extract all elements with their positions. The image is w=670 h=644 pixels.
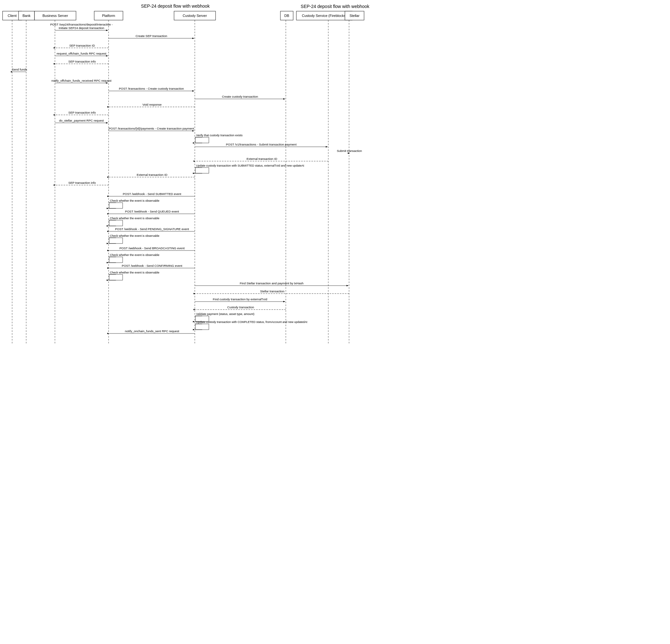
svg-text:SEP transaction info: SEP transaction info: [68, 60, 96, 63]
svg-rect-5: [35, 11, 76, 20]
svg-text:POST /v1/transactions - Submit: POST /v1/transactions - Submit transacti…: [226, 143, 296, 146]
svg-rect-96: [109, 274, 123, 280]
svg-text:Platform: Platform: [102, 14, 115, 17]
svg-text:Submit transaction: Submit transaction: [337, 149, 362, 152]
svg-rect-7: [94, 11, 123, 20]
svg-rect-13: [296, 11, 352, 20]
svg-rect-52: [196, 137, 209, 143]
svg-text:POST /webhook - Send SUBMITTED: POST /webhook - Send SUBMITTED event: [123, 192, 181, 196]
svg-text:Create custody transaction: Create custody transaction: [222, 95, 258, 98]
svg-text:Create SEP transaction: Create SEP transaction: [135, 34, 167, 38]
svg-text:Client: Client: [8, 14, 17, 17]
svg-text:External transaction ID: External transaction ID: [137, 173, 168, 177]
svg-text:Update custody transaction wit: Update custody transaction with COMPLETE…: [196, 320, 308, 324]
svg-text:notify_onchain_funds_sent RPC : notify_onchain_funds_sent RPC request: [125, 329, 179, 333]
svg-text:Check whether the event is obs: Check whether the event is observable: [110, 254, 159, 257]
svg-text:Business Server: Business Server: [42, 14, 68, 17]
svg-text:POST /webhook - Send CONFIRMIN: POST /webhook - Send CONFIRMING event: [122, 264, 182, 268]
svg-text:Initiate SEP24 deposit transac: Initiate SEP24 deposit transaction: [59, 26, 104, 30]
svg-text:POST /transactions - Create cu: POST /transactions - Create custody tran…: [119, 87, 184, 90]
svg-text:Stellar transaction: Stellar transaction: [260, 289, 284, 293]
svg-rect-11: [280, 11, 293, 20]
svg-text:Update custody transaction wit: Update custody transaction with SUBMITTE…: [196, 164, 304, 167]
svg-text:External transaction ID: External transaction ID: [246, 157, 277, 161]
svg-rect-72: [109, 203, 123, 208]
svg-text:Custody Service (Fireblocks): Custody Service (Fireblocks): [302, 14, 347, 17]
svg-text:POST /webhook - Send BROADCAST: POST /webhook - Send BROADCASTING event: [119, 246, 185, 250]
svg-text:Find custody transaction by ex: Find custody transaction by externalTxId: [213, 298, 267, 301]
svg-text:Check whether the event is obs: Check whether the event is observable: [110, 199, 159, 202]
svg-text:SEP transaction info: SEP transaction info: [68, 111, 96, 114]
svg-text:Custody Server: Custody Server: [183, 14, 207, 17]
diagram-container: SEP-24 deposit flow with webhook SEP-24 …: [0, 0, 670, 644]
svg-text:do_stellar_payment RPC request: do_stellar_payment RPC request: [59, 119, 104, 122]
svg-rect-78: [109, 220, 123, 226]
svg-text:Void response: Void response: [143, 103, 162, 106]
svg-text:Check whether the event is obs: Check whether the event is observable: [110, 271, 159, 274]
svg-text:Find Stellar transaction and p: Find Stellar transaction and payment by …: [240, 282, 304, 285]
svg-rect-3: [18, 11, 35, 20]
svg-rect-15: [345, 11, 364, 20]
svg-text:POST /sep24/transactions/depos: POST /sep24/transactions/deposit/interac…: [50, 23, 113, 26]
svg-text:Bank: Bank: [22, 14, 31, 17]
svg-rect-90: [109, 257, 123, 263]
svg-rect-112: [196, 324, 209, 330]
svg-text:notify_offchain_funds_received: notify_offchain_funds_received RPC reque…: [51, 79, 111, 82]
svg-text:POST /transactions/{id}/paymen: POST /transactions/{id}/payments - Creat…: [109, 127, 194, 130]
svg-text:Check whether the event is obs: Check whether the event is observable: [110, 217, 159, 220]
svg-rect-1: [2, 11, 22, 20]
svg-text:Validate payment (status, asse: Validate payment (status, asset type, am…: [196, 312, 254, 316]
svg-text:DB: DB: [284, 14, 289, 17]
svg-rect-84: [109, 238, 123, 244]
svg-rect-108: [196, 316, 209, 322]
svg-text:SEP transaction info: SEP transaction info: [68, 181, 96, 184]
svg-text:POST /webhook - Send PENDING_S: POST /webhook - Send PENDING_SIGNATURE e…: [115, 227, 189, 231]
svg-text:Check whether the event is obs: Check whether the event is observable: [110, 234, 159, 237]
diagram-title: SEP-24 deposit flow with webhook: [0, 0, 670, 12]
svg-rect-9: [174, 11, 216, 20]
svg-text:Stellar: Stellar: [349, 14, 360, 17]
svg-rect-62: [196, 167, 209, 173]
svg-text:Send funds: Send funds: [12, 68, 27, 71]
svg-text:request_offchain_funds RPC req: request_offchain_funds RPC request: [56, 52, 106, 55]
svg-text:Custody transaction: Custody transaction: [227, 305, 254, 309]
svg-text:SEP transaction ID: SEP transaction ID: [69, 44, 95, 47]
svg-text:Verify that custody transactio: Verify that custody transaction exists: [196, 134, 243, 137]
svg-text:POST /webhook - Send QUEUED ev: POST /webhook - Send QUEUED event: [125, 210, 179, 213]
